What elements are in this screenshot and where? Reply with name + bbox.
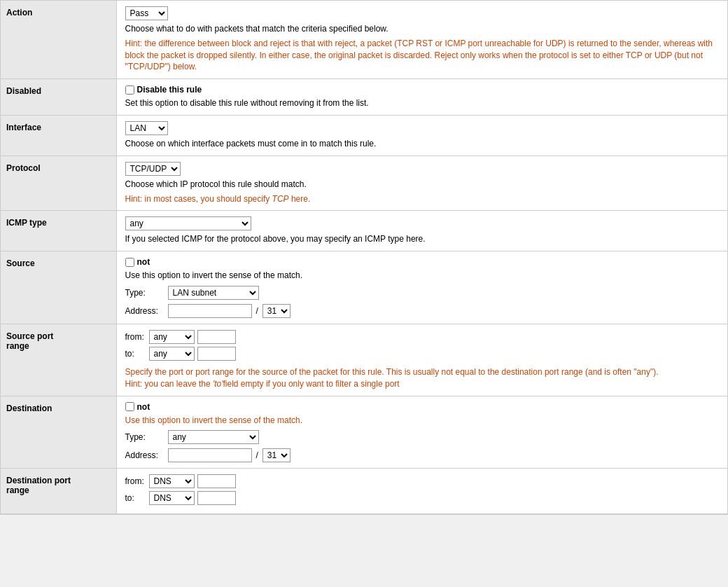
disabled-description: Set this option to disable this rule wit… [125,97,720,109]
source-port-range-content: from: any other to: any other [116,324,727,396]
dest-to-input[interactable] [197,491,236,505]
destination-not-label: not [137,402,150,412]
source-slash: / [256,306,258,316]
dest-to-label: to: [125,493,146,503]
disabled-label: Disabled [1,79,116,116]
source-from-input[interactable] [197,330,236,344]
source-port-range-label: Source portrange [1,324,116,396]
interface-description: Choose on which interface packets must c… [125,138,720,150]
protocol-hint: Hint: in most cases, you should specify … [125,193,720,205]
destination-slash: / [256,450,258,460]
protocol-label: Protocol [1,156,116,211]
icmp-type-label: ICMP type [1,211,116,251]
protocol-select[interactable]: TCP/UDP TCP UDP ICMP any [125,162,181,176]
destination-address-label: Address: [125,450,164,460]
destination-address-input[interactable] [168,448,252,462]
icmp-type-content: any If you selected ICMP for the protoco… [116,211,727,251]
destination-label: Destination [1,396,116,469]
source-to-select[interactable]: any other [149,347,195,361]
protocol-content: TCP/UDP TCP UDP ICMP any Choose which IP… [116,156,727,211]
source-to-label: to: [125,349,146,359]
dest-from-select[interactable]: DNS any other [149,474,195,488]
action-select[interactable]: Pass Block Reject [125,6,168,20]
source-content: not Use this option to invert the sense … [116,251,727,324]
dest-from-input[interactable] [197,474,236,488]
interface-select[interactable]: LAN WAN WLAN [125,121,168,135]
destination-port-range-label: Destination portrange [1,469,116,514]
disabled-checkbox-label: Disable this rule [137,85,202,95]
source-type-label: Type: [125,288,164,298]
icmp-type-select[interactable]: any [125,216,251,230]
source-label: Source [1,251,116,324]
destination-type-select[interactable]: any LAN subnet Single host or alias Netw… [168,430,259,444]
source-address-label: Address: [125,306,164,316]
source-not-checkbox[interactable] [125,258,134,267]
destination-port-range-content: from: DNS any other to: DNS any other [116,469,727,514]
protocol-description: Choose which IP protocol this rule shoul… [125,179,720,191]
destination-cidr-select[interactable]: 313230292824 [262,448,290,462]
destination-not-checkbox[interactable] [125,402,134,411]
source-address-input[interactable] [168,304,252,318]
source-to-input[interactable] [197,347,236,361]
source-from-label: from: [125,332,146,342]
action-content: Pass Block Reject Choose what to do with… [116,1,727,79]
interface-label: Interface [1,115,116,156]
action-label: Action [1,1,116,79]
dest-to-select[interactable]: DNS any other [149,491,195,505]
disabled-checkbox[interactable] [125,85,134,95]
destination-content: not Use this option to invert the sense … [116,396,727,469]
interface-content: LAN WAN WLAN Choose on which interface p… [116,115,727,156]
source-cidr-select[interactable]: 313230292824 [262,304,290,318]
dest-from-label: from: [125,476,146,486]
action-description: Choose what to do with packets that matc… [125,23,720,35]
destination-not-description: Use this option to invert the sense of t… [125,415,720,427]
icmp-type-description: If you selected ICMP for the protocol ab… [125,233,720,245]
source-from-select[interactable]: any other [149,330,195,344]
source-not-description: Use this option to invert the sense of t… [125,270,720,282]
source-not-label: not [137,257,150,267]
source-port-description: Specify the port or port range for the s… [125,366,720,390]
destination-type-label: Type: [125,432,164,442]
disabled-content: Disable this rule Set this option to dis… [116,79,727,116]
source-type-select[interactable]: LAN subnet any Single host or alias Netw… [168,286,259,300]
action-hint: Hint: the difference between block and r… [125,38,720,73]
